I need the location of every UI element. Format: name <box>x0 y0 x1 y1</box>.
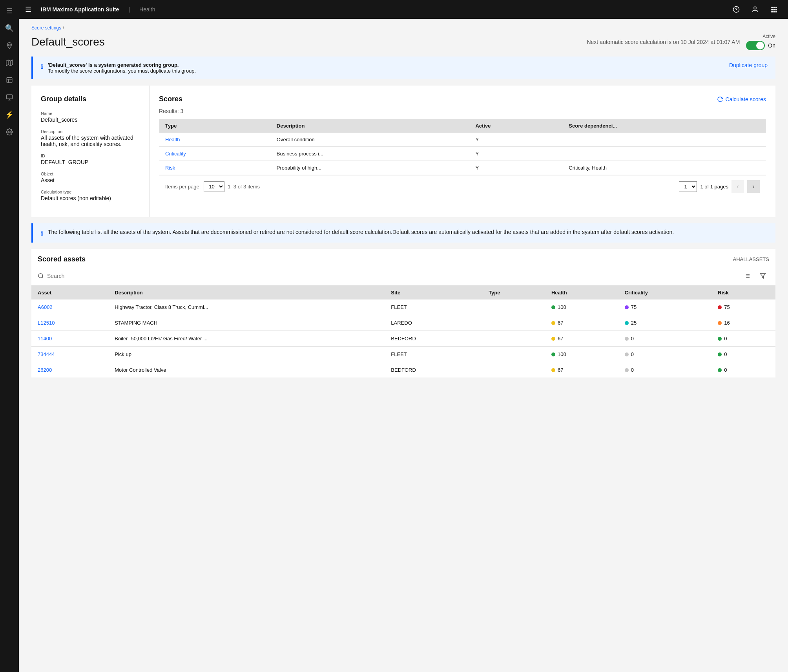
search-icon <box>38 273 44 279</box>
sidebar-search-icon[interactable]: 🔍 <box>2 20 17 36</box>
items-per-page-select[interactable]: 10 20 50 <box>204 181 224 192</box>
asset-link[interactable]: 11400 <box>38 336 52 341</box>
asset-risk-cell: 0 <box>711 347 775 362</box>
results-count: Results: 3 <box>159 108 766 114</box>
object-label: Object <box>41 172 140 176</box>
filter-button[interactable] <box>757 270 769 282</box>
info-banner-2-text: The following table list all the assets … <box>48 229 674 235</box>
sidebar-monitor-icon[interactable] <box>2 89 17 105</box>
col-active: Active <box>469 119 562 133</box>
search-input[interactable] <box>47 273 738 279</box>
info-icon-2: ℹ <box>41 230 43 237</box>
sidebar-chart-icon[interactable] <box>2 72 17 88</box>
criticality-dot <box>625 368 629 372</box>
criticality-value: 25 <box>631 320 637 326</box>
score-active-cell: Y <box>469 147 562 161</box>
svg-point-8 <box>9 131 11 133</box>
col-description: Description <box>270 119 469 133</box>
next-page-button[interactable]: › <box>747 180 760 193</box>
col-health: Health <box>545 286 618 299</box>
info-icon: ℹ <box>41 63 43 70</box>
search-row <box>31 267 775 286</box>
svg-rect-13 <box>773 7 775 8</box>
items-per-page-label: Items per page: <box>165 184 201 190</box>
svg-rect-17 <box>775 9 777 11</box>
list-item: 734444 Pick up FLEET 100 0 0 <box>31 347 775 362</box>
asset-health-cell: 67 <box>545 362 618 378</box>
toolbar-icons <box>741 270 769 282</box>
score-type-link[interactable]: Health <box>165 137 180 142</box>
id-value: DEFAULT_GROUP <box>41 159 140 165</box>
scored-assets-panel: Scored assets AHALLASSETS <box>31 249 775 378</box>
user-button[interactable] <box>747 2 763 17</box>
score-active-cell: Y <box>469 161 562 175</box>
topnav-actions <box>728 2 782 17</box>
score-type-link[interactable]: Criticality <box>165 151 186 157</box>
sidebar-settings-icon[interactable] <box>2 124 17 140</box>
svg-rect-16 <box>773 9 775 11</box>
criticality-dot <box>625 305 629 309</box>
breadcrumb-score-settings[interactable]: Score settings <box>31 25 61 31</box>
asset-id-cell: 11400 <box>31 331 108 347</box>
asset-link[interactable]: L12510 <box>38 320 55 326</box>
module-name: Health <box>139 6 155 13</box>
svg-rect-4 <box>7 77 12 83</box>
sidebar-menu-icon[interactable]: ☰ <box>2 3 17 19</box>
health-dot <box>551 337 555 341</box>
page-number-select[interactable]: 1 <box>679 181 697 192</box>
help-button[interactable] <box>728 2 744 17</box>
asset-type-cell <box>482 347 545 362</box>
field-object: Object Asset <box>41 172 140 183</box>
list-item: 11400 Boiler- 50,000 Lb/Hr/ Gas Fired/ W… <box>31 331 775 347</box>
asset-link[interactable]: 734444 <box>38 351 55 357</box>
sidebar-location-icon[interactable] <box>2 38 17 53</box>
asset-health-cell: 100 <box>545 347 618 362</box>
risk-value: 75 <box>724 304 730 310</box>
list-item: 26200 Motor Controlled Valve BEDFORD 67 … <box>31 362 775 378</box>
asset-desc-cell: Boiler- 50,000 Lb/Hr/ Gas Fired/ Water .… <box>108 331 385 347</box>
svg-rect-15 <box>771 9 773 11</box>
hamburger-menu-icon[interactable]: ☰ <box>25 5 31 14</box>
name-value: Default_scores <box>41 117 140 123</box>
column-settings-button[interactable] <box>741 270 753 282</box>
table-row: Criticality Business process i... Y <box>159 147 766 161</box>
risk-dot <box>718 352 722 356</box>
active-section: Active On <box>746 34 775 50</box>
prev-page-button[interactable]: ‹ <box>731 180 744 193</box>
sidebar: ☰ 🔍 ⚡ <box>0 0 19 672</box>
criticality-dot <box>625 337 629 341</box>
score-desc-cell: Probability of high... <box>270 161 469 175</box>
field-description: Description All assets of the system wit… <box>41 129 140 147</box>
svg-line-22 <box>42 277 43 278</box>
asset-desc-cell: Highway Tractor, Class 8 Truck, Cummi... <box>108 299 385 315</box>
svg-rect-19 <box>773 11 775 13</box>
svg-marker-29 <box>760 274 765 278</box>
asset-type-cell <box>482 315 545 331</box>
svg-point-21 <box>38 274 43 278</box>
duplicate-group-link[interactable]: Duplicate group <box>729 62 768 68</box>
asset-link[interactable]: A6002 <box>38 304 53 310</box>
criticality-value: 75 <box>631 304 637 310</box>
asset-health-cell: 100 <box>545 299 618 315</box>
svg-rect-14 <box>775 7 777 8</box>
group-details-panel: Group details Name Default_scores Descri… <box>31 86 149 217</box>
health-dot <box>551 352 555 356</box>
risk-dot <box>718 337 722 341</box>
page-title-right: Next automatic score calculation is on 1… <box>587 34 775 50</box>
auto-calc-text: Next automatic score calculation is on 1… <box>587 39 740 45</box>
sidebar-map-icon[interactable] <box>2 55 17 71</box>
score-type-link[interactable]: Risk <box>165 165 175 171</box>
risk-dot <box>718 368 722 372</box>
asset-site-cell: FLEET <box>385 347 482 362</box>
sidebar-bolt-icon[interactable]: ⚡ <box>2 107 17 122</box>
apps-grid-button[interactable] <box>766 2 782 17</box>
calculate-scores-button[interactable]: Calculate scores <box>717 96 766 102</box>
group-details-title: Group details <box>41 95 140 103</box>
active-toggle[interactable] <box>746 41 765 50</box>
health-value: 100 <box>558 304 566 310</box>
asset-id-cell: L12510 <box>31 315 108 331</box>
asset-link[interactable]: 26200 <box>38 367 52 373</box>
risk-value: 0 <box>724 336 727 341</box>
criticality-value: 0 <box>631 336 634 341</box>
info-banner: ℹ 'Default_scores' is a system generated… <box>31 57 775 79</box>
